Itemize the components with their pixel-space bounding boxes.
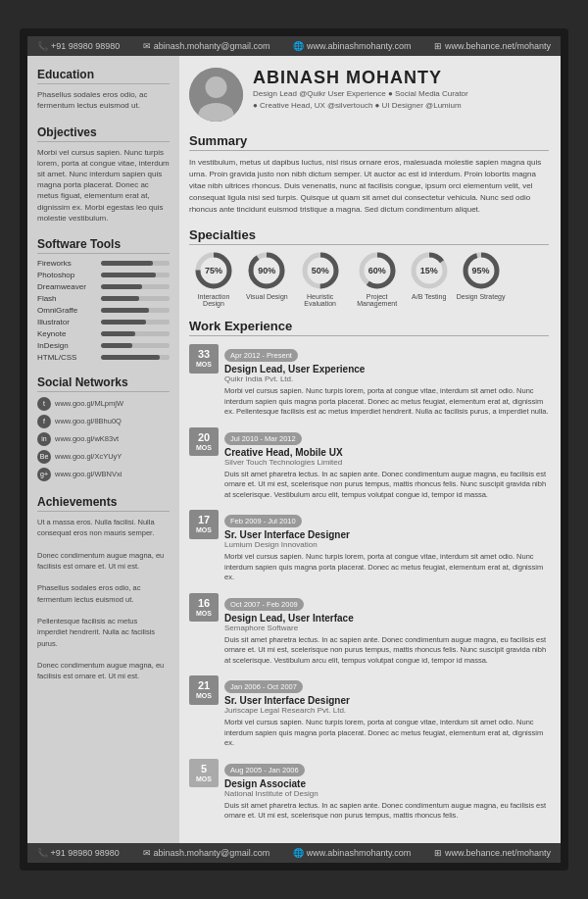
social-list: t www.goo.gl/MLpmjW f www.goo.gl/8Bhu0Q … — [37, 397, 170, 481]
work-company: Silver Touch Technologies Limited — [224, 458, 549, 467]
specialties-title: Specialties — [189, 227, 549, 245]
software-name: InDesign — [37, 341, 101, 350]
work-item: 33 MOS Apr 2012 - Present Design Lead, U… — [189, 344, 549, 418]
donut-percent: 75% — [205, 266, 222, 275]
work-timeline: Jan 2006 - Oct 2007 Sr. User Interface D… — [224, 675, 549, 749]
work-unit: MOS — [192, 775, 216, 783]
software-bar — [101, 355, 170, 360]
social-icon: in — [37, 432, 51, 446]
work-desc: Morbi vel cursus sapien. Nunc turpis lor… — [224, 718, 549, 749]
globe-icon-bottom: 🌐 — [293, 848, 304, 858]
work-title: Creative Head, Mobile UX — [224, 447, 549, 458]
work-badge-col: 21 MOS — [189, 675, 219, 749]
work-years: 21 — [192, 679, 216, 692]
top-website: 🌐 www.abinashmohanty.com — [293, 41, 411, 51]
work-item: 21 MOS Jan 2006 - Oct 2007 Sr. User Inte… — [189, 675, 549, 749]
social-url: www.goo.gl/8Bhu0Q — [55, 417, 122, 425]
work-badge: 5 MOS — [189, 759, 219, 788]
software-name: Dreamweaver — [37, 282, 101, 291]
social-item[interactable]: g+ www.goo.gl/WBNVxi — [37, 468, 170, 481]
software-bar-fill — [101, 261, 153, 266]
work-item: 17 MOS Feb 2009 - Jul 2010 Sr. User Inte… — [189, 510, 549, 583]
education-text: Phasellus sodales eros odio, ac fermentu… — [37, 89, 170, 111]
social-item[interactable]: f www.goo.gl/8Bhu0Q — [37, 415, 170, 428]
work-item: 16 MOS Oct 2007 - Feb 2009 Design Lead, … — [189, 593, 549, 667]
social-url: www.goo.gl/XcYUyY — [55, 452, 122, 461]
work-badge: 16 MOS — [189, 593, 219, 623]
work-badge-col: 20 MOS — [189, 427, 219, 501]
work-years: 17 — [192, 514, 216, 526]
work-experience-title: Work Experience — [189, 319, 549, 336]
work-title: Sr. User Interface Designer — [224, 529, 549, 540]
work-unit: MOS — [192, 444, 216, 452]
software-bar-fill — [101, 331, 135, 336]
software-item: Photoshop — [37, 271, 170, 279]
donut-chart: 50% — [301, 251, 340, 290]
donut-chart: 15% — [410, 251, 449, 290]
work-timeline: Jul 2010 - Mar 2012 Creative Head, Mobil… — [224, 427, 549, 501]
work-title: Design Lead, User Experience — [224, 364, 549, 375]
person-name: ABINASH MOHANTY — [253, 68, 468, 88]
specialty-label: Heuristic Evaluation — [296, 293, 345, 307]
education-title: Education — [37, 68, 170, 84]
bottom-email: ✉ abinash.mohanty@gmail.com — [143, 848, 270, 858]
software-list: Fireworks Photoshop Dreamweaver Flash Om… — [37, 259, 170, 362]
work-years: 20 — [192, 431, 216, 444]
bottom-bar: 📞 +91 98980 98980 ✉ abinash.mohanty@gmai… — [27, 843, 561, 863]
avatar-placeholder — [189, 68, 243, 122]
work-company: Quikr India Pvt. Ltd. — [224, 375, 549, 383]
achievements-text: Ut a massa eros. Nulla facilisi. Nulla c… — [37, 517, 170, 682]
main-content: ABINASH MOHANTY Design Lead @Quikr User … — [179, 56, 561, 843]
software-bar-fill — [101, 308, 149, 313]
work-badge-col: 5 MOS — [189, 759, 219, 822]
software-bar-fill — [101, 320, 146, 325]
social-item[interactable]: in www.goo.gl/wK83vt — [37, 432, 170, 446]
social-url: www.goo.gl/wK83vt — [55, 434, 119, 443]
work-badge: 33 MOS — [189, 344, 219, 374]
software-name: Illustrator — [37, 318, 101, 326]
specialty-item: 15% A/B Testing — [410, 251, 449, 307]
software-bar — [101, 343, 170, 348]
software-name: Fireworks — [37, 259, 101, 268]
software-item: Keynote — [37, 329, 170, 338]
top-phone: 📞 +91 98980 98980 — [37, 41, 120, 51]
specialty-item: 90% Visual Design — [246, 251, 288, 307]
software-item: HTML/CSS — [37, 353, 170, 362]
software-name: Photoshop — [37, 271, 101, 279]
social-networks-section: Social Networks t www.goo.gl/MLpmjW f ww… — [37, 375, 170, 481]
work-desc: Morbi vel cursus sapien. Nunc turpis lor… — [224, 552, 549, 583]
work-desc: Duis sit amet pharetra lectus. In ac sap… — [224, 470, 549, 501]
social-item[interactable]: Be www.goo.gl/XcYUyY — [37, 450, 170, 464]
work-years: 33 — [192, 348, 216, 361]
top-behance: ⊞ www.behance.net/mohanty — [434, 41, 551, 51]
subtitle2: ● Creative Head, UX @silvertouch ● UI De… — [253, 100, 468, 112]
work-timeline: Feb 2009 - Jul 2010 Sr. User Interface D… — [224, 510, 549, 583]
work-title: Design Lead, User Interface — [224, 613, 549, 624]
donut-percent: 50% — [312, 266, 329, 275]
software-item: InDesign — [37, 341, 170, 350]
work-unit: MOS — [192, 526, 216, 534]
avatar — [189, 68, 243, 122]
work-desc: Duis sit amet pharetra lectus. In ac sap… — [224, 635, 549, 667]
software-item: Illustrator — [37, 318, 170, 326]
donut-percent: 60% — [368, 266, 386, 275]
software-bar — [101, 320, 170, 325]
objectives-section: Objectives Morbi vel cursus sapien. Nunc… — [37, 125, 170, 224]
donut-percent: 90% — [258, 266, 275, 275]
subtitle1: Design Lead @Quikr User Experience ● Soc… — [253, 88, 468, 100]
software-bar-fill — [101, 355, 160, 360]
social-url: www.goo.gl/MLpmjW — [55, 399, 123, 408]
specialty-item: 60% Project Management — [353, 251, 402, 307]
svg-point-1 — [206, 76, 227, 98]
specialty-item: 50% Heuristic Evaluation — [296, 251, 345, 307]
work-years: 16 — [192, 597, 216, 610]
work-timeline: Aug 2005 - Jan 2006 Design Associate Nat… — [224, 759, 549, 822]
summary-title: Summary — [189, 133, 549, 151]
work-date: Apr 2012 - Present — [224, 349, 298, 362]
software-bar-fill — [101, 273, 156, 277]
work-company: Lumium Design Innovation — [224, 540, 549, 549]
social-item[interactable]: t www.goo.gl/MLpmjW — [37, 397, 170, 411]
work-company: Juriscape Legal Research Pvt. Ltd. — [224, 706, 549, 715]
software-bar — [101, 308, 170, 313]
top-email: ✉ abinash.mohanty@gmail.com — [143, 41, 270, 51]
